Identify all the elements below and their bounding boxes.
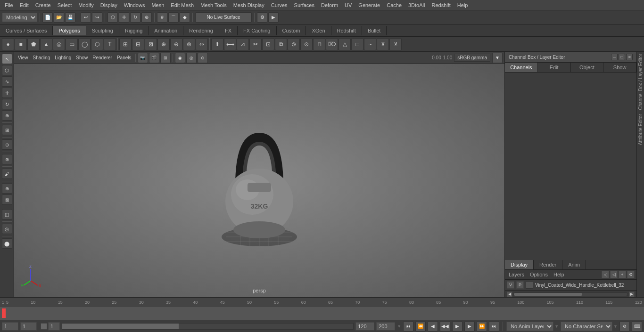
layer-icon-3[interactable]: + — [619, 271, 626, 278]
menu-edit-mesh[interactable]: Edit Mesh — [168, 1, 197, 9]
vp-lighting-menu[interactable]: Lighting — [53, 54, 73, 61]
vp-shading2-btn[interactable]: ◎ — [186, 53, 197, 63]
channel-box-minimize[interactable]: ─ — [611, 54, 618, 60]
workspace-dropdown[interactable]: Modeling — [2, 13, 37, 22]
vp-renderer-menu[interactable]: Renderer — [91, 54, 114, 61]
snap-grid-btn[interactable]: # — [157, 12, 167, 23]
vp-shading-menu[interactable]: Shading — [31, 54, 52, 61]
layer-scrollbar[interactable]: ◀ ▶ — [505, 291, 636, 297]
timeline-playback-bar[interactable] — [0, 307, 644, 320]
scale-btn[interactable]: ⊕ — [2, 110, 12, 121]
step-back-btn[interactable]: ◀ — [428, 321, 438, 332]
viewport-canvas[interactable]: 32KG X Y Z persp — [14, 64, 504, 297]
sculpt-btn[interactable]: 🖌 — [2, 169, 12, 179]
menu-generate[interactable]: Generate — [355, 1, 383, 9]
shelf-torus[interactable]: ◎ — [53, 38, 65, 50]
tab-custom[interactable]: Custom — [277, 26, 306, 35]
timeline-marks[interactable]: 5 10 15 20 25 30 35 40 45 50 55 60 65 70… — [6, 300, 642, 305]
tab-fx[interactable]: FX — [219, 26, 238, 35]
rotate-tool-btn[interactable]: ↻ — [130, 12, 140, 23]
tab-redshift[interactable]: Redshift — [331, 26, 362, 35]
lo-help[interactable]: Help — [552, 271, 566, 278]
quick-sel-btn[interactable]: ⬤ — [2, 238, 12, 249]
menu-create[interactable]: Create — [33, 1, 54, 9]
timeline-ruler[interactable]: 1 5 10 15 20 25 30 35 40 45 50 55 60 65 … — [0, 298, 644, 307]
menu-3dtall[interactable]: 3DtoAll — [405, 1, 428, 9]
render-settings-btn[interactable]: ⚙ — [257, 12, 267, 23]
shelf-triangulate[interactable]: △ — [339, 38, 351, 50]
prev-keyframe-btn[interactable]: ⏪ — [415, 321, 426, 332]
shelf-bool-inter[interactable]: ⊗ — [183, 38, 195, 50]
menu-mesh-tools[interactable]: Mesh Tools — [198, 1, 229, 9]
open-btn[interactable]: 📂 — [54, 12, 64, 23]
move-tool-btn[interactable]: ✛ — [119, 12, 129, 23]
shelf-quadrangulate[interactable]: □ — [351, 38, 363, 50]
shelf-bridge[interactable]: ⟷ — [224, 38, 236, 50]
tab-xgen[interactable]: XGen — [306, 26, 331, 35]
snap-mode-btn[interactable]: ⊕ — [2, 183, 12, 194]
shelf-collapse[interactable]: ⊓ — [313, 38, 325, 50]
move-btn[interactable]: ✛ — [2, 88, 12, 98]
menu-deform[interactable]: Deform — [318, 1, 341, 9]
vp-shading3-btn[interactable]: ⊙ — [198, 53, 208, 63]
save-btn[interactable]: 💾 — [65, 12, 75, 23]
grid-mode-btn[interactable]: ⊠ — [2, 194, 12, 205]
new-scene-btn[interactable]: 📄 — [42, 12, 53, 23]
play-frame-field[interactable] — [48, 322, 60, 331]
undo-btn[interactable]: ↩ — [81, 12, 91, 23]
skip-to-end-btn[interactable]: ⏭ — [489, 321, 499, 332]
layer-icon-2[interactable]: ◁ — [610, 271, 618, 278]
vp-panels-menu[interactable]: Panels — [115, 54, 133, 61]
next-keyframe-btn[interactable]: ⏩ — [477, 321, 487, 332]
anim-layer-dropdown[interactable]: No Anim Layer — [506, 322, 553, 331]
menu-mesh-display[interactable]: Mesh Display — [231, 1, 267, 9]
scroll-track[interactable] — [513, 292, 628, 296]
viewport[interactable]: View Shading Lighting Show Renderer Pane… — [14, 52, 504, 297]
scroll-thumb[interactable] — [514, 293, 582, 296]
soft-sel-btn[interactable]: ⊙ — [2, 139, 12, 150]
shelf-mirror[interactable]: ⇔ — [196, 38, 208, 50]
lo-layers[interactable]: Layers — [507, 271, 526, 278]
render-region-btn[interactable]: ◫ — [2, 209, 12, 219]
shelf-cone[interactable]: ▲ — [40, 38, 52, 50]
scale-tool-btn[interactable]: ⊕ — [141, 12, 152, 23]
tab-curves-surfaces[interactable]: Curves / Surfaces — [0, 26, 53, 35]
menu-curves[interactable]: Curves — [268, 1, 290, 9]
current-frame-field[interactable] — [2, 322, 18, 331]
menu-uv[interactable]: UV — [342, 1, 355, 9]
dra-tab-render[interactable]: Render — [534, 260, 562, 269]
shelf-extract[interactable]: ⊠ — [145, 38, 157, 50]
scroll-right-btn[interactable]: ▶ — [629, 292, 635, 297]
cb-tab-object[interactable]: Object — [571, 63, 604, 72]
render-btn[interactable]: ▶ — [268, 12, 279, 23]
shelf-smooth[interactable]: ~ — [364, 38, 376, 50]
menu-select[interactable]: Select — [55, 1, 75, 9]
channel-box-maximize[interactable]: □ — [619, 54, 625, 60]
dra-tab-display[interactable]: Display — [505, 260, 534, 269]
shelf-insert-loop[interactable]: ⊡ — [262, 38, 274, 50]
layer-visibility-toggle[interactable]: V — [507, 281, 514, 289]
tab-polygons[interactable]: Polygons — [53, 26, 86, 35]
playhead[interactable] — [2, 308, 6, 318]
anim-prefs-btn[interactable]: ⚙ — [619, 321, 630, 332]
range-max-field[interactable] — [376, 322, 395, 331]
menu-redshift[interactable]: Redshift — [429, 1, 453, 9]
dra-tab-anim[interactable]: Anim — [562, 260, 586, 269]
shelf-delete-edge[interactable]: ⌦ — [326, 38, 338, 50]
channel-box-side-label[interactable]: Channel Box / Layer Editor — [637, 52, 644, 112]
menu-display[interactable]: Display — [98, 1, 120, 9]
live-surface-btn[interactable]: No Live Surface — [195, 12, 252, 23]
vp-camera-btn[interactable]: 📷 — [138, 53, 148, 63]
shelf-cube[interactable]: ■ — [15, 38, 27, 50]
menu-modify[interactable]: Modify — [75, 1, 96, 9]
vp-view-menu[interactable]: View — [16, 54, 30, 61]
show-manip-btn[interactable]: ⊛ — [2, 154, 12, 164]
menu-windows[interactable]: Windows — [121, 1, 148, 9]
layer-color-swatch[interactable] — [526, 281, 533, 289]
snap-curve-btn[interactable]: ⌒ — [168, 12, 179, 23]
shelf-bool-diff[interactable]: ⊖ — [170, 38, 182, 50]
menu-help[interactable]: Help — [454, 1, 471, 9]
shelf-extrude[interactable]: ⬆ — [211, 38, 223, 50]
redo-btn[interactable]: ↪ — [92, 12, 102, 23]
channel-box-close[interactable]: ✕ — [626, 54, 633, 60]
